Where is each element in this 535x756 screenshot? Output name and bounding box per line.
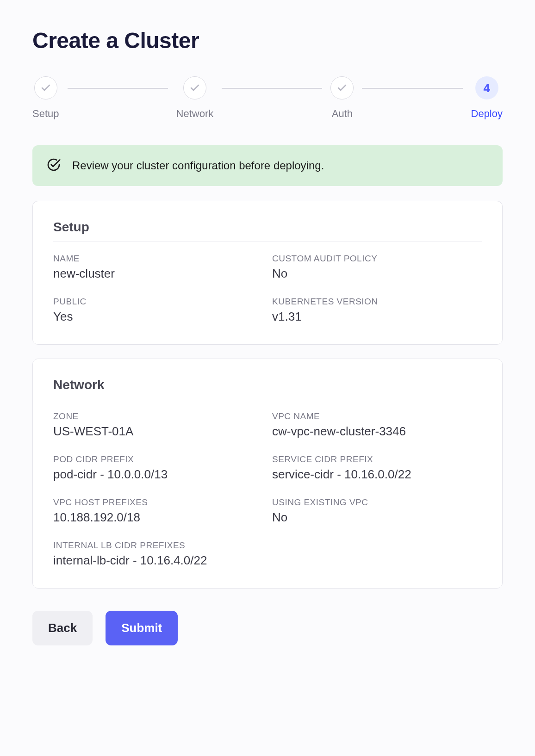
step-connector xyxy=(362,88,462,89)
field-label: NAME xyxy=(53,254,263,264)
step-connector xyxy=(222,88,322,89)
page-title: Create a Cluster xyxy=(32,28,503,53)
field-value: new-cluster xyxy=(53,266,263,281)
submit-button[interactable]: Submit xyxy=(106,611,178,645)
field-internal-lb-cidr: INTERNAL LB CIDR PREFIXES internal-lb-ci… xyxy=(53,540,482,568)
step-network[interactable]: Network xyxy=(176,76,214,120)
step-number: 4 xyxy=(484,81,490,95)
step-label: Deploy xyxy=(471,108,503,120)
field-label: SERVICE CIDR PREFIX xyxy=(272,454,482,465)
field-value: v1.31 xyxy=(272,310,482,324)
field-value: pod-cidr - 10.0.0.0/13 xyxy=(53,467,263,482)
step-setup[interactable]: Setup xyxy=(32,76,59,120)
field-value: cw-vpc-new-cluster-3346 xyxy=(272,424,482,439)
review-banner: Review your cluster configuration before… xyxy=(32,145,503,186)
field-value: No xyxy=(272,266,482,281)
check-icon xyxy=(330,76,354,99)
field-value: internal-lb-cidr - 10.16.4.0/22 xyxy=(53,553,482,568)
check-icon xyxy=(183,76,206,99)
step-auth[interactable]: Auth xyxy=(330,76,354,120)
field-public: PUBLIC Yes xyxy=(53,297,263,324)
field-using-existing-vpc: USING EXISTING VPC No xyxy=(272,497,482,525)
step-label: Setup xyxy=(32,108,59,120)
field-value: service-cidr - 10.16.0.0/22 xyxy=(272,467,482,482)
field-label: ZONE xyxy=(53,411,263,421)
field-value: No xyxy=(272,510,482,525)
network-card: Network ZONE US-WEST-01A VPC NAME cw-vpc… xyxy=(32,359,503,589)
field-value: Yes xyxy=(53,310,263,324)
back-button[interactable]: Back xyxy=(32,611,93,645)
action-bar: Back Submit xyxy=(32,611,503,645)
field-pod-cidr: POD CIDR PREFIX pod-cidr - 10.0.0.0/13 xyxy=(53,454,263,482)
stepper: Setup Network Auth 4 Deploy xyxy=(32,76,503,120)
field-custom-audit-policy: CUSTOM AUDIT POLICY No xyxy=(272,254,482,281)
step-label: Auth xyxy=(332,108,353,120)
setup-card: Setup NAME new-cluster CUSTOM AUDIT POLI… xyxy=(32,201,503,345)
field-label: INTERNAL LB CIDR PREFIXES xyxy=(53,540,482,551)
step-number-icon: 4 xyxy=(475,76,498,99)
field-label: VPC HOST PREFIXES xyxy=(53,497,263,508)
field-name: NAME new-cluster xyxy=(53,254,263,281)
field-value: 10.188.192.0/18 xyxy=(53,510,263,525)
step-deploy[interactable]: 4 Deploy xyxy=(471,76,503,120)
check-circle-icon xyxy=(46,157,61,174)
field-vpc-name: VPC NAME cw-vpc-new-cluster-3346 xyxy=(272,411,482,439)
field-label: CUSTOM AUDIT POLICY xyxy=(272,254,482,264)
field-label: POD CIDR PREFIX xyxy=(53,454,263,465)
step-connector xyxy=(68,88,168,89)
check-icon xyxy=(34,76,57,99)
field-label: USING EXISTING VPC xyxy=(272,497,482,508)
field-service-cidr: SERVICE CIDR PREFIX service-cidr - 10.16… xyxy=(272,454,482,482)
card-title: Network xyxy=(53,378,482,399)
field-kubernetes-version: KUBERNETES VERSION v1.31 xyxy=(272,297,482,324)
field-zone: ZONE US-WEST-01A xyxy=(53,411,263,439)
field-label: PUBLIC xyxy=(53,297,263,307)
field-label: KUBERNETES VERSION xyxy=(272,297,482,307)
banner-text: Review your cluster configuration before… xyxy=(72,159,324,172)
step-label: Network xyxy=(176,108,214,120)
field-value: US-WEST-01A xyxy=(53,424,263,439)
field-vpc-host-prefixes: VPC HOST PREFIXES 10.188.192.0/18 xyxy=(53,497,263,525)
field-label: VPC NAME xyxy=(272,411,482,421)
card-title: Setup xyxy=(53,220,482,242)
